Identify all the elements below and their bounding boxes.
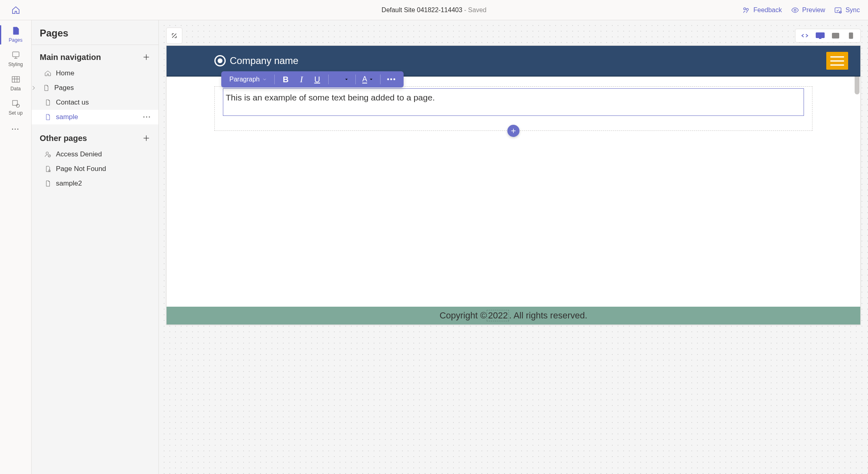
pages-side-panel: Pages Main navigation Home Pages (32, 20, 159, 474)
svg-rect-19 (849, 32, 853, 38)
data-icon (11, 75, 21, 84)
sync-label: Sync (845, 6, 860, 14)
rail-item-styling[interactable]: Styling (0, 47, 31, 71)
svg-point-2 (794, 9, 796, 11)
app-home-button[interactable] (8, 2, 24, 18)
nav-item-sample2[interactable]: sample2 (32, 176, 158, 191)
plus-icon (510, 127, 517, 135)
brand-text: Company name (230, 55, 298, 66)
styling-icon (11, 50, 21, 60)
chevron-right-icon (30, 84, 37, 92)
svg-rect-16 (816, 32, 825, 38)
page-icon (44, 179, 52, 188)
nav-item-contact-us[interactable]: Contact us (32, 95, 158, 110)
preview-site-footer: Copyright © 2022 . All rights reserved. (167, 307, 860, 325)
nav-item-label: sample (56, 113, 78, 121)
nav-item-more-icon[interactable]: ··· (141, 113, 153, 121)
feedback-label: Feedback (753, 6, 782, 14)
hamburger-line-icon (830, 64, 844, 66)
align-left-icon (335, 76, 342, 83)
tablet-icon (832, 32, 840, 39)
svg-rect-6 (12, 77, 19, 82)
mobile-view-toggle[interactable] (846, 32, 856, 40)
italic-button[interactable]: I (295, 73, 308, 86)
nav-item-home[interactable]: Home (32, 66, 158, 81)
app-title: Default Site 041822-114403 - Saved (382, 6, 487, 14)
rail-label-data: Data (11, 86, 21, 92)
sync-icon (834, 6, 842, 14)
app-top-bar: Default Site 041822-114403 - Saved Feedb… (0, 0, 868, 20)
svg-point-1 (746, 8, 748, 10)
setup-icon (11, 99, 21, 109)
footer-year[interactable]: 2022 (487, 310, 509, 321)
code-icon (800, 31, 809, 40)
other-pages-heading: Other pages (40, 134, 87, 143)
pages-icon (11, 26, 21, 36)
page-preview-frame: Company name Paragraph (166, 45, 861, 325)
chevron-down-icon (344, 77, 349, 82)
feedback-icon (742, 6, 750, 14)
preview-scrollbar[interactable] (855, 46, 859, 325)
rail-item-data[interactable]: Data (0, 71, 31, 96)
preview-button[interactable]: Preview (791, 6, 825, 14)
home-icon (44, 69, 52, 77)
add-main-nav-page-button[interactable] (140, 51, 153, 64)
other-pages-list: Access Denied Page Not Found sample2 (32, 147, 158, 191)
footer-suffix: . All rights reserved. (509, 310, 587, 321)
nav-item-label: Home (56, 69, 74, 77)
add-other-page-button[interactable] (140, 132, 153, 145)
rail-label-pages: Pages (9, 37, 22, 43)
content-section[interactable]: Paragraph B I U (214, 86, 812, 131)
person-block-icon (44, 150, 52, 158)
editor-canvas: Company name Paragraph (159, 20, 868, 474)
add-content-below-button[interactable] (507, 125, 520, 137)
rich-text-toolbar: Paragraph B I U (221, 71, 404, 88)
rail-item-setup[interactable]: Set up (0, 96, 31, 120)
bold-button[interactable]: B (278, 73, 293, 86)
nav-item-label: Page Not Found (56, 165, 106, 173)
page-icon (44, 98, 52, 107)
desktop-icon (815, 32, 825, 39)
code-view-toggle[interactable] (800, 32, 810, 40)
paragraph-style-dropdown[interactable]: Paragraph (225, 74, 271, 85)
nav-item-label: Pages (54, 84, 74, 92)
side-panel-title: Pages (32, 20, 158, 45)
align-dropdown[interactable] (332, 74, 352, 85)
rail-item-pages[interactable]: Pages (0, 23, 31, 47)
resize-arrow-icon (170, 32, 178, 40)
chevron-down-icon (369, 77, 374, 82)
preview-brand[interactable]: Company name (214, 55, 298, 66)
nav-item-page-not-found[interactable]: Page Not Found (32, 162, 158, 176)
nav-item-sample[interactable]: sample ··· (32, 110, 158, 124)
preview-icon (791, 6, 799, 14)
feedback-button[interactable]: Feedback (742, 6, 782, 14)
page-icon (42, 84, 50, 92)
underline-button[interactable]: U (310, 73, 325, 86)
plus-icon (142, 53, 150, 61)
rail-label-styling: Styling (8, 62, 23, 67)
saved-indicator: - Saved (462, 6, 487, 13)
svg-point-8 (16, 104, 19, 107)
toolbar-separator (355, 75, 356, 84)
toolbar-more-button[interactable]: ••• (384, 74, 400, 85)
left-rail: Pages Styling Data Set up ··· (0, 20, 32, 474)
font-color-dropdown[interactable]: A (359, 74, 377, 85)
svg-rect-5 (13, 52, 19, 57)
sync-button[interactable]: Sync (834, 6, 860, 14)
view-toggle-group (795, 29, 861, 43)
home-icon (11, 6, 20, 15)
desktop-view-toggle[interactable] (815, 32, 825, 40)
svg-rect-17 (819, 38, 821, 39)
tablet-view-toggle[interactable] (830, 32, 841, 40)
resize-handle-button[interactable] (166, 28, 182, 44)
rail-label-setup: Set up (9, 110, 23, 116)
nav-item-pages[interactable]: Pages (32, 81, 158, 95)
rail-more-button[interactable]: ··· (8, 122, 24, 137)
nav-item-label: Contact us (56, 98, 89, 107)
text-block-editor[interactable]: This is an example of some text being ad… (223, 88, 804, 116)
nav-item-access-denied[interactable]: Access Denied (32, 147, 158, 162)
brand-logo-icon (214, 55, 226, 66)
preview-hamburger-button[interactable] (826, 52, 848, 70)
font-color-icon: A (362, 75, 367, 83)
main-nav-list: Home Pages Contact us sample ··· (32, 66, 158, 124)
